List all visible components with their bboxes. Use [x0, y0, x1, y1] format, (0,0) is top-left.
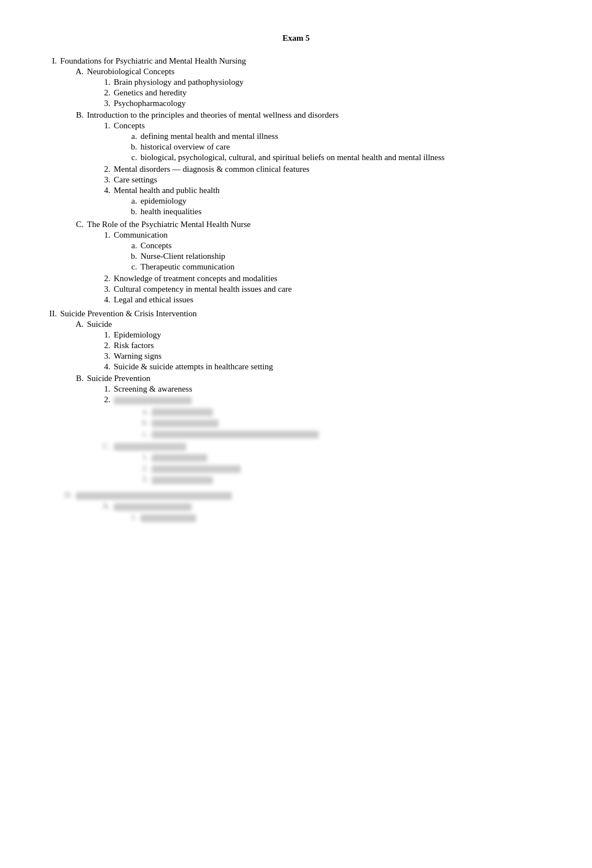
- item-II-A-1: 1. Epidemiology: [98, 330, 547, 340]
- outline-root: I. Foundations for Psychiatric and Menta…: [45, 56, 547, 528]
- item-I-B-3-text: Care settings: [114, 175, 547, 185]
- item-I-B-4-text: Mental health and public health: [114, 186, 220, 195]
- subsection-I-A-items: 1. Brain physiology and pathophysiology …: [87, 78, 547, 108]
- subitem-I-B-1-b: b. historical overview of care: [125, 142, 547, 152]
- item-I-A-2-text: Genetics and heredity: [114, 88, 547, 98]
- section-II-subsections: A. Suicide 1. Epidemiology 2. Risk: [60, 320, 547, 487]
- subsection-I-A-marker: A.: [71, 67, 84, 109]
- blurred-C-section: C. 1.: [87, 441, 547, 486]
- section-II-marker: II.: [45, 309, 57, 528]
- subitem-I-B-1-c-text: biological, psychological, cultural, and…: [140, 153, 547, 162]
- subsection-I-A-content: Neurobiological Concepts 1. Brain physio…: [87, 67, 547, 109]
- item-I-C-4-text: Legal and ethical issues: [114, 295, 547, 305]
- blurred-C-content: 1. 2. 3.: [114, 441, 547, 486]
- item-I-A-3-text: Psychopharmacology: [114, 99, 547, 108]
- subitem-I-B-1-a-text: defining mental health and mental illnes…: [140, 132, 547, 141]
- item-I-A-2: 2. Genetics and heredity: [98, 88, 547, 98]
- subitem-I-B-4-b: b. health inequalities: [125, 207, 547, 216]
- blurred-C: C. 1.: [98, 441, 547, 486]
- subsection-I-C-content: The Role of the Psychiatric Mental Healt…: [87, 220, 547, 306]
- item-I-C-1: 1. Communication a. Concepts: [98, 230, 547, 273]
- subsection-II-B-items: 1. Screening & awareness 2.: [87, 384, 547, 440]
- subitem-I-C-1-b-text: Nurse-Client relationship: [140, 252, 547, 261]
- section-I-text: Foundations for Psychiatric and Mental H…: [60, 56, 246, 65]
- section-I: I. Foundations for Psychiatric and Menta…: [45, 56, 547, 307]
- section-II-content: Suicide Prevention & Crisis Intervention…: [60, 309, 547, 528]
- subsection-II-B-content: Suicide Prevention 1. Screening & awaren…: [87, 374, 547, 487]
- item-I-A-1-text: Brain physiology and pathophysiology: [114, 78, 547, 87]
- item-II-B-2: 2. a.: [98, 395, 547, 440]
- item-II-B-1-text: Screening & awareness: [114, 384, 547, 394]
- subsection-I-B-content: Introduction to the principles and theor…: [87, 110, 547, 219]
- subitem-I-B-1-a: a. defining mental health and mental ill…: [125, 132, 547, 141]
- section-I-A: A. Neurobiological Concepts 1. Brain phy…: [60, 67, 547, 306]
- item-I-B-4-subitems: a. epidemiology b. health inequalities: [114, 196, 547, 216]
- item-I-C-1-content: Communication a. Concepts b.: [114, 230, 547, 273]
- item-I-C-3-text: Cultural competency in mental health iss…: [114, 284, 547, 294]
- item-II-A-4-text: Suicide & suicide attempts in healthcare…: [114, 362, 547, 372]
- item-I-B-1-subitems: a. defining mental health and mental ill…: [114, 132, 547, 162]
- item-I-B-4: 4. Mental health and public health a. ep…: [98, 186, 547, 218]
- subitem-I-B-4-b-text: health inequalities: [140, 207, 547, 216]
- subitem-I-C-1-a-text: Concepts: [140, 241, 547, 250]
- item-I-C-2: 2. Knowledge of treatment concepts and m…: [98, 274, 547, 283]
- section-II-text: Suicide Prevention & Crisis Intervention: [60, 309, 197, 318]
- item-I-B-1-text: Concepts: [114, 121, 145, 130]
- page-title: Exam 5: [45, 33, 547, 43]
- subsection-II-B-marker: B.: [71, 374, 84, 487]
- subsection-I-C-marker: C.: [71, 220, 84, 306]
- subitem-I-B-1-b-text: historical overview of care: [140, 142, 547, 152]
- subsection-I-C: C. The Role of the Psychiatric Mental He…: [71, 220, 547, 306]
- item-I-C-1-subitems: a. Concepts b. Nurse-Client relationship: [114, 241, 547, 272]
- subsection-I-B: B. Introduction to the principles and th…: [71, 110, 547, 219]
- item-I-C-2-text: Knowledge of treatment concepts and moda…: [114, 274, 547, 283]
- subsection-II-A-text: Suicide: [87, 320, 112, 329]
- item-I-B-1-content: Concepts a. defining mental health and m…: [114, 121, 547, 163]
- subsection-I-C-items: 1. Communication a. Concepts: [87, 230, 547, 305]
- item-I-A-3: 3. Psychopharmacology: [98, 99, 547, 108]
- item-II-B-1: 1. Screening & awareness: [98, 384, 547, 394]
- subsection-I-B-items: 1. Concepts a. defining mental health an…: [87, 121, 547, 218]
- subitem-I-C-1-c-text: Therapeutic communication: [140, 262, 547, 272]
- subsection-II-A-marker: A.: [71, 320, 84, 373]
- subsection-II-A: A. Suicide 1. Epidemiology 2. Risk: [71, 320, 547, 373]
- subsection-I-C-text: The Role of the Psychiatric Mental Healt…: [87, 220, 251, 229]
- subitem-I-C-1-a: a. Concepts: [125, 241, 547, 250]
- item-I-C-3: 3. Cultural competency in mental health …: [98, 284, 547, 294]
- item-I-B-3: 3. Care settings: [98, 175, 547, 185]
- subitem-I-B-4-a-text: epidemiology: [140, 196, 547, 206]
- item-I-B-2: 2. Mental disorders — diagnosis & common…: [98, 165, 547, 174]
- item-II-A-2: 2. Risk factors: [98, 341, 547, 350]
- subitem-I-B-1-c: c. biological, psychological, cultural, …: [125, 153, 547, 162]
- item-I-B-4-content: Mental health and public health a. epide…: [114, 186, 547, 218]
- item-II-B-2-blurred: a. b. c.: [114, 395, 547, 440]
- subsection-II-B: B. Suicide Prevention 1. Screening & awa…: [71, 374, 547, 487]
- subitem-I-C-1-b: b. Nurse-Client relationship: [125, 252, 547, 261]
- subitem-I-B-4-a: a. epidemiology: [125, 196, 547, 206]
- subitem-I-C-1-c: c. Therapeutic communication: [125, 262, 547, 272]
- item-I-B-2-text: Mental disorders — diagnosis & common cl…: [114, 165, 547, 174]
- page-container: Exam 5 I. Foundations for Psychiatric an…: [45, 33, 547, 528]
- subsection-II-B-text: Suicide Prevention: [87, 374, 151, 383]
- subsection-I-A-text: Neurobiological Concepts: [87, 67, 174, 76]
- item-II-A-3: 3. Warning signs: [98, 351, 547, 361]
- item-I-C-4: 4. Legal and ethical issues: [98, 295, 547, 305]
- section-II: II. Suicide Prevention & Crisis Interven…: [45, 309, 547, 528]
- item-II-A-2-text: Risk factors: [114, 341, 547, 350]
- subsection-II-A-content: Suicide 1. Epidemiology 2. Risk factors: [87, 320, 547, 373]
- section-I-marker: I.: [45, 56, 57, 307]
- item-II-A-3-text: Warning signs: [114, 351, 547, 361]
- item-I-C-1-text: Communication: [114, 230, 168, 239]
- subsection-I-B-marker: B.: [71, 110, 84, 219]
- subsection-II-A-items: 1. Epidemiology 2. Risk factors 3. Warni…: [87, 330, 547, 372]
- subsection-I-A: A. Neurobiological Concepts 1. Brain phy…: [71, 67, 547, 109]
- blurred-D-content: A. 1.: [76, 490, 547, 526]
- item-II-A-1-text: Epidemiology: [114, 330, 547, 340]
- blurred-D-section: D. A. 1.: [60, 490, 547, 526]
- item-II-A-4: 4. Suicide & suicide attempts in healthc…: [98, 362, 547, 372]
- blurred-D: D. A. 1.: [60, 490, 547, 526]
- item-I-B-1: 1. Concepts a. defining mental health an…: [98, 121, 547, 163]
- section-I-content: Foundations for Psychiatric and Mental H…: [60, 56, 547, 307]
- subsection-I-B-text: Introduction to the principles and theor…: [87, 110, 339, 119]
- item-I-A-1: 1. Brain physiology and pathophysiology: [98, 78, 547, 87]
